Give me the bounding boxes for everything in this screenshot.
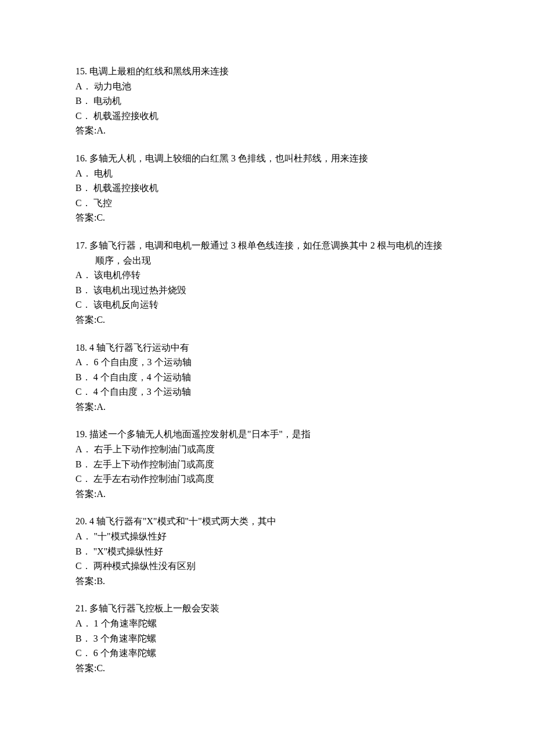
option-b: B． "X"模式操纵性好 — [75, 544, 459, 559]
question-21: 21. 多轴飞行器飞控板上一般会安装 A． 1 个角速率陀螺 B． 3 个角速率… — [75, 601, 459, 675]
option-a: A． "十"模式操纵性好 — [75, 529, 459, 544]
question-text: 18. 4 轴飞行器飞行运动中有 — [75, 340, 459, 355]
option-c: C． 6 个角速率陀螺 — [75, 646, 459, 661]
question-18: 18. 4 轴飞行器飞行运动中有 A． 6 个自由度，3 个运动轴 B． 4 个… — [75, 340, 459, 415]
option-c: C． 两种模式操纵性没有区别 — [75, 559, 459, 574]
answer: 答案:C. — [75, 312, 459, 327]
option-c: C． 左手左右动作控制油门或高度 — [75, 471, 459, 487]
option-c: C． 机载遥控接收机 — [75, 109, 459, 124]
answer: 答案:A. — [75, 487, 459, 502]
option-b: B． 4 个自由度，4 个运动轴 — [75, 370, 459, 385]
question-19: 19. 描述一个多轴无人机地面遥控发射机是"日本手"，是指 A． 右手上下动作控… — [75, 427, 459, 501]
option-b: B． 机载遥控接收机 — [75, 181, 459, 196]
option-b: B． 电动机 — [75, 93, 459, 109]
option-a: A． 该电机停转 — [75, 268, 459, 283]
option-c: C． 该电机反向运转 — [75, 297, 459, 312]
question-16: 16. 多轴无人机，电调上较细的白红黑 3 色排线，也叫杜邦线，用来连接 A． … — [75, 151, 459, 225]
option-b: B． 左手上下动作控制油门或高度 — [75, 457, 459, 472]
answer: 答案:A. — [75, 123, 459, 138]
option-a: A． 6 个自由度，3 个运动轴 — [75, 355, 459, 370]
option-a: A． 右手上下动作控制油门或高度 — [75, 442, 459, 457]
option-c: C． 飞控 — [75, 196, 459, 211]
question-text: 21. 多轴飞行器飞控板上一般会安装 — [75, 601, 459, 616]
question-15: 15. 电调上最粗的红线和黑线用来连接 A． 动力电池 B． 电动机 C． 机载… — [75, 64, 459, 138]
answer: 答案:C. — [75, 210, 459, 225]
option-a: A． 动力电池 — [75, 79, 459, 94]
option-b: B． 该电机出现过热并烧毁 — [75, 283, 459, 298]
document-page: 15. 电调上最粗的红线和黑线用来连接 A． 动力电池 B． 电动机 C． 机载… — [0, 0, 534, 756]
answer: 答案:B. — [75, 574, 459, 589]
option-a: A． 电机 — [75, 166, 459, 181]
option-b: B． 3 个角速率陀螺 — [75, 631, 459, 646]
answer: 答案:C. — [75, 661, 459, 676]
question-text-cont: 顺序，会出现 — [75, 253, 459, 268]
option-c: C． 4 个自由度，3 个运动轴 — [75, 384, 459, 399]
question-text: 20. 4 轴飞行器有"X"模式和"十"模式两大类，其中 — [75, 514, 459, 529]
question-text: 16. 多轴无人机，电调上较细的白红黑 3 色排线，也叫杜邦线，用来连接 — [75, 151, 459, 166]
question-text: 17. 多轴飞行器，电调和电机一般通过 3 根单色线连接，如任意调换其中 2 根… — [75, 238, 459, 253]
question-20: 20. 4 轴飞行器有"X"模式和"十"模式两大类，其中 A． "十"模式操纵性… — [75, 514, 459, 588]
option-a: A． 1 个角速率陀螺 — [75, 616, 459, 631]
question-17: 17. 多轴飞行器，电调和电机一般通过 3 根单色线连接，如任意调换其中 2 根… — [75, 238, 459, 327]
answer: 答案:A. — [75, 399, 459, 415]
question-text: 15. 电调上最粗的红线和黑线用来连接 — [75, 64, 459, 79]
question-text: 19. 描述一个多轴无人机地面遥控发射机是"日本手"，是指 — [75, 427, 459, 442]
